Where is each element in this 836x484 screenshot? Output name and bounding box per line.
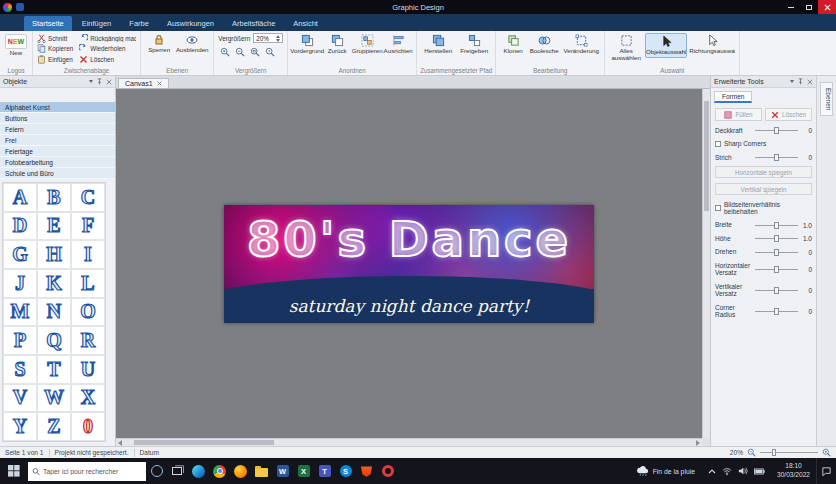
firefox-button[interactable]	[230, 458, 251, 484]
slider-thumb[interactable]	[774, 287, 779, 294]
clone-button[interactable]: Klonen	[500, 33, 526, 56]
keep-aspect-checkbox[interactable]	[715, 205, 721, 211]
sharp-corners-checkbox[interactable]	[715, 141, 721, 147]
skype-button[interactable]: S	[335, 458, 356, 484]
pin-icon[interactable]	[96, 78, 103, 85]
letter-item[interactable]: R	[71, 326, 105, 355]
horizontaler-versatz-slider[interactable]	[755, 269, 798, 270]
deckkraft-slider[interactable]	[755, 130, 798, 131]
spinner-icon[interactable]	[276, 35, 280, 42]
action-center-button[interactable]	[816, 458, 836, 484]
slider-thumb[interactable]	[774, 235, 779, 242]
scrollbar-thumb[interactable]	[704, 101, 709, 211]
paste-button[interactable]: Einfügen	[37, 55, 73, 64]
tab-startseite[interactable]: Startseite	[24, 16, 72, 31]
object-select-button[interactable]: Objektauswahl	[645, 33, 687, 58]
letter-item[interactable]: I	[71, 240, 105, 269]
slider-thumb[interactable]	[774, 308, 779, 315]
vertical-scrollbar[interactable]	[702, 89, 710, 438]
send-back-button[interactable]: Zurück	[324, 33, 350, 56]
zoom-out-button[interactable]	[233, 46, 246, 58]
slider-thumb[interactable]	[774, 249, 779, 256]
letter-item[interactable]: V	[3, 384, 37, 413]
slider-thumb[interactable]	[774, 127, 779, 134]
lock-button[interactable]: Sperren	[145, 33, 173, 55]
letter-item[interactable]: Y	[3, 412, 37, 441]
cortana-button[interactable]	[146, 458, 167, 484]
opera-button[interactable]	[377, 458, 398, 484]
panel-menu-icon[interactable]	[790, 80, 794, 83]
zoom-level-select[interactable]: 20%	[253, 33, 283, 43]
tab-arbeitsflaeche[interactable]: Arbeitsfläche	[224, 16, 283, 31]
pin-icon[interactable]	[797, 78, 804, 85]
close-button[interactable]	[818, 0, 836, 14]
letter-item[interactable]: 0	[71, 412, 105, 441]
letter-item[interactable]: N	[37, 298, 71, 327]
canvas[interactable]: 80's Dance saturday night dance party!	[116, 89, 702, 438]
delete-button[interactable]: Löschen	[79, 55, 136, 64]
layers-side-tab[interactable]: Ebenen	[820, 82, 833, 116]
category-alphabet-kunst[interactable]: Alphabet Kunst	[0, 102, 115, 113]
fill-button[interactable]: Füllen	[715, 108, 762, 121]
taskbar-search[interactable]	[28, 462, 146, 481]
battery-icon[interactable]	[754, 468, 765, 475]
tab-ansicht[interactable]: Ansicht	[285, 16, 326, 31]
group-button[interactable]: Gruppieren	[352, 33, 382, 56]
letter-item[interactable]: G	[3, 240, 37, 269]
clock[interactable]: 18:10 30/03/2022	[771, 462, 816, 479]
bring-to-front-button[interactable]: Vordergrund	[292, 33, 322, 56]
letter-item[interactable]: X	[71, 384, 105, 413]
scroll-left-icon[interactable]	[118, 440, 122, 446]
transform-button[interactable]: Veränderung	[562, 33, 600, 56]
mirror-horizontal-button[interactable]: Horizontale spiegeln	[715, 166, 812, 178]
hide-button[interactable]: Ausblenden	[175, 33, 209, 55]
letter-item[interactable]: F	[71, 212, 105, 241]
cut-button[interactable]: Schnitt	[37, 34, 73, 43]
corner-radius-slider[interactable]	[755, 311, 798, 312]
boolean-button[interactable]: Boolesche	[528, 33, 560, 56]
zoom-slider-thumb[interactable]	[772, 449, 776, 456]
letter-item[interactable]: C	[71, 183, 105, 212]
horizontal-scrollbar[interactable]	[116, 438, 702, 446]
copy-button[interactable]: Kopieren	[37, 44, 73, 53]
make-compound-button[interactable]: Herstellen	[421, 33, 455, 56]
direct-select-button[interactable]: Richtungsauswahl	[689, 33, 735, 56]
mirror-vertical-button[interactable]: Vertikal spiegeln	[715, 183, 812, 195]
letter-item[interactable]: Q	[37, 326, 71, 355]
excel-button[interactable]: X	[293, 458, 314, 484]
new-logo-button[interactable]: NEW New	[4, 33, 28, 58]
start-button[interactable]	[0, 458, 28, 484]
letter-item[interactable]: O	[71, 298, 105, 327]
letter-item[interactable]: E	[37, 212, 71, 241]
edge-button[interactable]	[188, 458, 209, 484]
letter-item[interactable]: J	[3, 269, 37, 298]
letter-item[interactable]: P	[3, 326, 37, 355]
file-explorer-button[interactable]	[251, 458, 272, 484]
slider-thumb[interactable]	[774, 154, 779, 161]
maximize-button[interactable]	[800, 0, 818, 14]
word-button[interactable]: W	[272, 458, 293, 484]
letter-item[interactable]: Z	[37, 412, 71, 441]
letter-item[interactable]: U	[71, 355, 105, 384]
release-compound-button[interactable]: Freigeben	[457, 33, 491, 56]
category-feiern[interactable]: Feiern	[0, 124, 115, 135]
letter-item[interactable]: A	[3, 183, 37, 212]
tab-formen[interactable]: Formen	[714, 91, 752, 103]
align-button[interactable]: Ausrichten	[384, 33, 412, 56]
tab-auswirkungen[interactable]: Auswirkungen	[159, 16, 222, 31]
vertikaler-versatz-slider[interactable]	[755, 290, 798, 291]
show-hidden-icons-chevron[interactable]	[708, 469, 716, 474]
scrollbar-thumb[interactable]	[134, 440, 274, 445]
panel-menu-icon[interactable]	[89, 80, 93, 83]
category-schule-und-buero[interactable]: Schule und Büro	[0, 168, 115, 179]
redo-button[interactable]: Wiederholen	[79, 44, 136, 53]
select-all-button[interactable]: Alles auswählen	[609, 33, 643, 63]
quick-access-icon[interactable]	[16, 3, 24, 11]
scroll-right-icon[interactable]	[696, 440, 700, 446]
zoom-fit-button[interactable]	[248, 46, 261, 58]
letter-item[interactable]: S	[3, 355, 37, 384]
close-panel-icon[interactable]	[807, 79, 813, 85]
undo-button[interactable]: Rückgängig machen	[79, 34, 136, 43]
letter-item[interactable]: T	[37, 355, 71, 384]
search-input[interactable]	[43, 468, 142, 475]
